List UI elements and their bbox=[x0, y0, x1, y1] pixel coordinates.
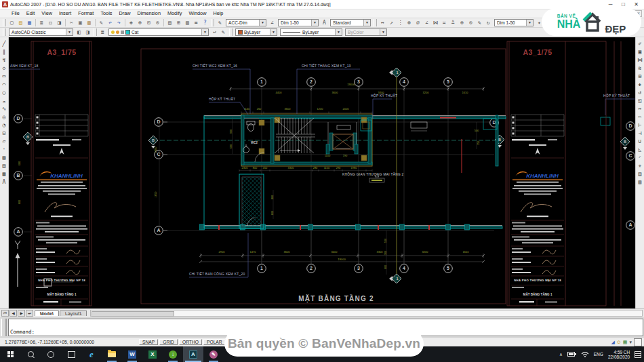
excel-icon[interactable]: X bbox=[142, 346, 163, 362]
array-icon[interactable]: ⊞ bbox=[636, 72, 644, 80]
toolbar-grip[interactable] bbox=[94, 28, 97, 36]
layer-combo[interactable]: Cat▼ bbox=[108, 28, 209, 36]
chevron-down-icon[interactable]: ▼ bbox=[363, 20, 370, 26]
new-icon[interactable]: ▢ bbox=[7, 19, 16, 27]
linetype-combo[interactable]: ByLayer▼ bbox=[280, 28, 342, 36]
command-window-grip[interactable] bbox=[1, 319, 7, 336]
chevron-down-icon[interactable]: ▼ bbox=[311, 20, 318, 26]
chevron-down-icon[interactable]: ▼ bbox=[201, 29, 208, 35]
status-toggle-polar[interactable]: POLAR bbox=[203, 339, 226, 345]
scrollbar-thumb[interactable] bbox=[92, 311, 174, 317]
point-icon[interactable]: · bbox=[0, 145, 8, 153]
color-combo[interactable]: ByLayer▼ bbox=[235, 28, 277, 36]
publish-icon[interactable]: ◨ bbox=[55, 19, 64, 27]
menu-dimension[interactable]: Dimension bbox=[134, 10, 163, 16]
battery-icon[interactable] bbox=[567, 351, 576, 357]
sheet-set-manager-icon[interactable]: ≡ bbox=[192, 19, 201, 27]
join-icon[interactable]: ∪ bbox=[636, 137, 644, 145]
dimension-update-icon[interactable]: ↻ bbox=[484, 19, 493, 27]
properties-palette-icon[interactable]: ▤ bbox=[165, 19, 174, 27]
plot-icon[interactable]: ≣ bbox=[37, 19, 46, 27]
drawing-canvas[interactable]: 1900044003600340032001610123452900147036… bbox=[9, 37, 635, 308]
chevron-down-icon[interactable]: ▼ bbox=[270, 29, 277, 35]
text-style-combo[interactable]: Standard▼ bbox=[330, 19, 371, 26]
edge-icon[interactable]: e bbox=[81, 346, 102, 362]
pan-icon[interactable]: ✥ bbox=[127, 19, 136, 27]
dimension-edit-icon[interactable]: ✎ bbox=[475, 19, 484, 27]
paint-icon[interactable]: ✎ bbox=[203, 346, 224, 362]
chevron-down-icon[interactable]: ▼ bbox=[380, 29, 386, 35]
dim-scale-combo[interactable]: Dim 1-50▼ bbox=[278, 19, 319, 26]
linear-dimension-icon[interactable]: ↔ bbox=[378, 19, 387, 27]
multiline-text-icon[interactable]: A bbox=[0, 178, 8, 186]
aligned-dimension-icon[interactable]: ↗ bbox=[387, 19, 396, 27]
layer-previous-icon[interactable]: ↩ bbox=[210, 28, 219, 37]
plot-preview-icon[interactable]: ◻ bbox=[46, 19, 55, 27]
designcenter-icon[interactable]: ⊞ bbox=[174, 19, 183, 27]
table-icon[interactable]: ▦ bbox=[0, 169, 8, 178]
diameter-dimension-icon[interactable]: ⌀ bbox=[414, 19, 422, 27]
cortana-icon[interactable] bbox=[41, 346, 61, 362]
revision-cloud-icon[interactable]: ☁ bbox=[0, 96, 8, 104]
copy-object-icon[interactable]: ▣ bbox=[636, 47, 644, 56]
zoom-previous-icon[interactable]: ⊙ bbox=[153, 19, 162, 27]
arc-icon[interactable]: ⌒ bbox=[0, 80, 8, 88]
copy-icon[interactable]: ▣ bbox=[76, 19, 85, 27]
toolbar-grip[interactable] bbox=[3, 19, 6, 26]
center-mark-icon[interactable]: ⊙ bbox=[466, 19, 475, 27]
autocad-taskbar-icon[interactable]: A bbox=[183, 346, 203, 362]
tab-layout1[interactable]: Layout1 bbox=[60, 310, 87, 316]
draw-order-back-icon[interactable]: ▥ bbox=[636, 178, 644, 186]
polyline-icon[interactable]: ↯ bbox=[0, 56, 8, 64]
tray-chevron-icon[interactable]: ∧ bbox=[559, 352, 563, 357]
chevron-down-icon[interactable]: ▼ bbox=[526, 20, 533, 26]
ellipse-icon[interactable]: ◎ bbox=[0, 113, 8, 121]
explode-icon[interactable]: ✳ bbox=[636, 161, 644, 169]
menu-help[interactable]: Help bbox=[209, 10, 226, 16]
status-menu-arrow-icon[interactable]: ▾ bbox=[629, 338, 632, 346]
idm-icon[interactable]: ↓ bbox=[163, 346, 183, 362]
tab-first-icon[interactable]: ⏮ bbox=[1, 310, 9, 317]
toolbar-lock-icon[interactable]: ⊙ bbox=[617, 338, 621, 346]
radius-dimension-icon[interactable]: ⊚ bbox=[405, 19, 414, 27]
zoom-window-icon[interactable]: ⊡ bbox=[144, 19, 153, 27]
dim-style-combo[interactable]: ACC-Dim▼ bbox=[226, 19, 266, 26]
insert-block-icon[interactable]: ⊡ bbox=[0, 129, 8, 137]
menu-file[interactable]: File bbox=[8, 10, 23, 16]
word-icon[interactable]: W bbox=[122, 346, 142, 362]
continue-dimension-icon[interactable]: ≚ bbox=[449, 19, 458, 27]
layer-properties-manager-icon[interactable]: ≣ bbox=[98, 28, 107, 37]
wifi-icon[interactable] bbox=[581, 351, 589, 357]
rectangle-icon[interactable]: ▭ bbox=[0, 72, 8, 80]
my-workspace-icon[interactable]: ◨ bbox=[83, 28, 92, 37]
undo-icon[interactable]: ↶ bbox=[106, 19, 115, 27]
make-block-icon[interactable]: ▱ bbox=[0, 137, 8, 145]
tab-last-icon[interactable]: ⏭ bbox=[26, 310, 33, 317]
clean-screen-button[interactable] bbox=[634, 338, 642, 346]
notification-center-icon[interactable] bbox=[635, 351, 641, 358]
angular-dimension-icon[interactable]: ∠ bbox=[422, 19, 431, 27]
task-view-icon[interactable] bbox=[61, 346, 81, 362]
file-explorer-icon[interactable] bbox=[102, 346, 122, 362]
menu-tools[interactable]: Tools bbox=[97, 10, 115, 16]
menu-draw[interactable]: Draw bbox=[115, 10, 134, 16]
gradient-icon[interactable]: ▤ bbox=[0, 161, 8, 169]
extend-icon[interactable]: ⊢ bbox=[636, 121, 644, 129]
toolbar-grip[interactable] bbox=[211, 19, 214, 26]
paste-icon[interactable]: ▥ bbox=[85, 19, 94, 27]
construction-line-icon[interactable]: ∥ bbox=[0, 47, 8, 56]
workspace-settings-icon[interactable]: ◧ bbox=[75, 28, 83, 37]
line-icon[interactable]: ╱ bbox=[0, 39, 8, 47]
rotate-icon[interactable]: ↺ bbox=[636, 88, 644, 96]
chevron-down-icon[interactable]: ▼ bbox=[66, 29, 73, 35]
trim-icon[interactable]: ✂ bbox=[636, 113, 644, 121]
taskbar-clock[interactable]: 4:59 CH 22/08/2020 bbox=[608, 350, 630, 359]
mirror-icon[interactable]: ⋈ bbox=[636, 56, 644, 64]
horizontal-scrollbar[interactable] bbox=[90, 310, 643, 317]
erase-icon[interactable]: ✐ bbox=[636, 39, 644, 47]
toolbar-grip[interactable] bbox=[229, 28, 233, 36]
ordinate-dimension-icon[interactable]: ⋮ bbox=[396, 19, 405, 27]
draw-order-front-icon[interactable]: ▤ bbox=[636, 169, 644, 178]
spline-icon[interactable]: ∿ bbox=[0, 104, 8, 113]
tab-model[interactable]: Model bbox=[35, 310, 59, 316]
